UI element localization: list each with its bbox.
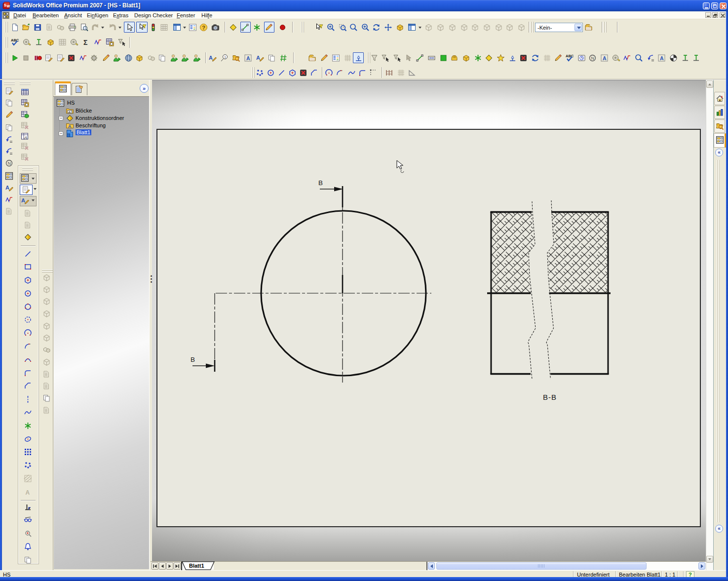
svg-text:B: B [318, 179, 323, 187]
svg-text:B: B [191, 356, 195, 363]
svg-text:B-B: B-B [543, 393, 557, 401]
svg-text:S: S [4, 3, 6, 7]
svg-text:W: W [7, 4, 10, 8]
